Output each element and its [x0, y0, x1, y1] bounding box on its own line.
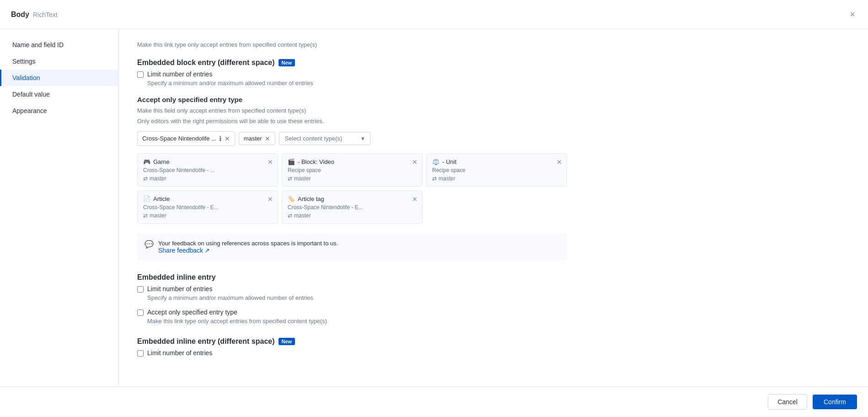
video-icon: 🎬	[288, 158, 295, 165]
card-game-title: 🎮 Game	[143, 158, 272, 165]
sidebar-item-settings[interactable]: Settings	[0, 53, 118, 70]
modal-footer: Cancel Confirm	[0, 386, 868, 417]
accept-desc2: Only editors with the right permissions …	[137, 117, 850, 126]
tag-chip-env-label: master	[244, 135, 262, 142]
embedded-block-entry-title-text: Embedded block entry (different space)	[137, 59, 275, 67]
external-link-icon: ↗	[204, 247, 210, 254]
game-icon: 🎮	[143, 158, 150, 165]
arrows-icon-3: ⇄	[432, 175, 437, 182]
card-unit-env: ⇄ master	[432, 175, 561, 182]
info-icon[interactable]: ℹ	[219, 135, 222, 143]
close-button[interactable]: ×	[848, 7, 857, 22]
article-icon: 📄	[143, 195, 150, 202]
inline-limit-entries-row: Limit number of entries	[137, 285, 850, 292]
limit-entries-desc: Specify a minimum and/or maximum allowed…	[147, 80, 850, 87]
inline-accept-type-checkbox[interactable]	[137, 309, 144, 316]
tag-icon: 🏷️	[288, 195, 295, 202]
limit-entries-checkbox[interactable]	[137, 71, 144, 78]
card-block-video-env: ⇄ master	[288, 175, 417, 182]
card-block-video-remove[interactable]: ✕	[411, 157, 418, 167]
card-article-tag-title: 🏷️ Article tag	[288, 195, 417, 202]
card-unit-remove[interactable]: ✕	[556, 157, 563, 167]
embedded-inline-title-text: Embedded inline entry	[137, 273, 216, 282]
feedback-content: Your feedback on using references across…	[158, 239, 338, 254]
new-badge: New	[279, 59, 295, 66]
tag-chip-space: Cross-Space Nintendolife ... ℹ ✕	[137, 131, 235, 146]
select-placeholder: Select content type(s)	[285, 135, 343, 142]
card-game-remove[interactable]: ✕	[267, 157, 274, 167]
tag-chip-space-remove[interactable]: ✕	[225, 135, 230, 142]
embedded-inline-entry-title: Embedded inline entry	[137, 273, 850, 282]
limit-entries-label: Limit number of entries	[147, 70, 212, 78]
modal-title-type: RichText	[33, 11, 58, 18]
card-article-space: Cross-Space Nintendolife - E...	[143, 204, 272, 211]
inline-accept-type-desc: Make this link type only accept entries …	[147, 318, 850, 325]
card-article-tag-env: ⇄ master	[288, 212, 417, 219]
feedback-box: 💬 Your feedback on using references acro…	[137, 233, 567, 260]
select-content-type[interactable]: Select content type(s) ▾	[279, 132, 370, 145]
card-unit: ⚖️ - Unit Recipe space ⇄ master ✕	[426, 153, 567, 187]
arrows-icon-2: ⇄	[288, 175, 292, 182]
card-block-video-space: Recipe space	[288, 167, 417, 173]
accept-desc1: Make this field only accept entries from…	[137, 106, 850, 115]
card-article-remove[interactable]: ✕	[267, 195, 274, 204]
card-game: 🎮 Game Cross-Space Nintendolife - ... ⇄ …	[137, 153, 278, 187]
arrows-icon-5: ⇄	[288, 212, 292, 219]
sidebar-item-validation[interactable]: Validation	[0, 70, 118, 86]
card-game-space: Cross-Space Nintendolife - ...	[143, 167, 272, 173]
modal-body: Name and field ID Settings Validation De…	[0, 29, 868, 386]
tag-chip-env-remove[interactable]: ✕	[265, 135, 270, 142]
cancel-button[interactable]: Cancel	[768, 394, 807, 410]
card-article-tag: 🏷️ Article tag Cross-Space Nintendolife …	[282, 190, 423, 224]
feedback-text: Your feedback on using references across…	[158, 240, 338, 247]
card-article-title: 📄 Article	[143, 195, 272, 202]
accept-title: Accept only specified entry type	[137, 96, 850, 103]
embedded-inline-different-space-section: Embedded inline entry (different space) …	[137, 337, 850, 357]
top-note: Make this link type only accept entries …	[137, 40, 850, 49]
confirm-button[interactable]: Confirm	[813, 395, 857, 409]
card-unit-space: Recipe space	[432, 167, 561, 173]
content-type-grid: 🎮 Game Cross-Space Nintendolife - ... ⇄ …	[137, 153, 567, 224]
arrows-icon: ⇄	[143, 175, 148, 182]
embedded-inline-diff-space-title: Embedded inline entry (different space) …	[137, 337, 850, 346]
share-feedback-link[interactable]: Share feedback ↗	[158, 247, 210, 254]
embedded-block-entry-title: Embedded block entry (different space) N…	[137, 59, 850, 67]
feedback-icon: 💬	[145, 240, 154, 249]
inline-limit-entries-label: Limit number of entries	[147, 285, 212, 292]
arrows-icon-4: ⇄	[143, 212, 148, 219]
sidebar: Name and field ID Settings Validation De…	[0, 29, 119, 386]
new-badge-inline: New	[279, 338, 295, 345]
inline-limit-entries-desc: Specify a minimum and/or maximum allowed…	[147, 294, 850, 301]
unit-icon: ⚖️	[432, 158, 439, 165]
embedded-block-entry-section: Embedded block entry (different space) N…	[137, 59, 850, 260]
card-article-tag-remove[interactable]: ✕	[411, 195, 418, 204]
share-feedback-label: Share feedback	[158, 247, 203, 254]
embedded-inline-diff-space-title-text: Embedded inline entry (different space)	[137, 337, 275, 346]
inline-diff-limit-label: Limit number of entries	[147, 349, 212, 357]
card-article: 📄 Article Cross-Space Nintendolife - E..…	[137, 190, 278, 224]
card-unit-title: ⚖️ - Unit	[432, 158, 561, 165]
card-game-env: ⇄ master	[143, 175, 272, 182]
tag-chip-env: master ✕	[239, 132, 275, 145]
embedded-inline-entry-section: Embedded inline entry Limit number of en…	[137, 273, 850, 325]
sidebar-item-appearance[interactable]: Appearance	[0, 103, 118, 119]
modal-title: Body RichText	[11, 11, 58, 19]
inline-diff-limit-row: Limit number of entries	[137, 349, 850, 357]
limit-entries-row: Limit number of entries	[137, 70, 850, 78]
content-area: Make this link type only accept entries …	[119, 29, 868, 386]
inline-diff-limit-checkbox[interactable]	[137, 350, 144, 357]
modal-title-text: Body	[11, 11, 29, 19]
chevron-down-icon: ▾	[361, 135, 364, 142]
sidebar-item-default-value[interactable]: Default value	[0, 86, 118, 103]
modal-header: Body RichText ×	[0, 0, 868, 29]
sidebar-item-name-and-field[interactable]: Name and field ID	[0, 37, 118, 53]
card-article-tag-space: Cross-Space Nintendolife - E...	[288, 204, 417, 211]
tag-input-row: Cross-Space Nintendolife ... ℹ ✕ master …	[137, 131, 850, 146]
modal: Body RichText × Name and field ID Settin…	[0, 0, 868, 417]
card-block-video: 🎬 - Block: Video Recipe space ⇄ master ✕	[282, 153, 423, 187]
accept-section: Accept only specified entry type Make th…	[137, 96, 850, 224]
tag-chip-space-label: Cross-Space Nintendolife ...	[142, 135, 216, 142]
inline-accept-type-label: Accept only specified entry type	[147, 309, 237, 316]
inline-limit-entries-checkbox[interactable]	[137, 286, 144, 292]
inline-accept-type-row: Accept only specified entry type	[137, 309, 850, 316]
